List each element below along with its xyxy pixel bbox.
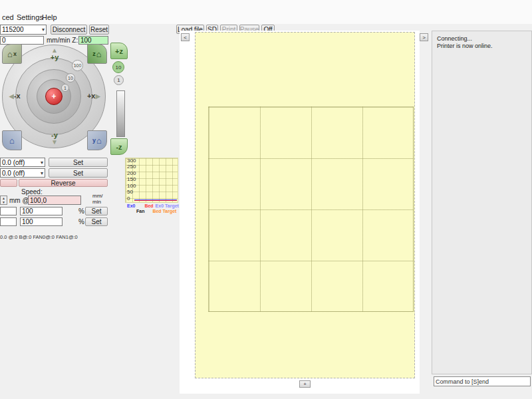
ring-step-10-label: 10: [68, 76, 73, 80]
extrude-button-partial[interactable]: [0, 179, 17, 187]
menu-help[interactable]: Help: [42, 13, 57, 21]
home-icon: ⌂: [96, 136, 102, 145]
dropdown-icon: ▾: [41, 27, 45, 33]
collapse-left-icon: <: [184, 35, 187, 41]
percent-label-1: %: [78, 207, 84, 215]
heater-set-button[interactable]: Set: [49, 158, 108, 167]
graph-ytick: 150: [127, 177, 136, 182]
heater-temp-select[interactable]: 0.0 (off) ▾: [0, 158, 45, 167]
home-icon: ⌂: [96, 50, 102, 59]
home-y-button[interactable]: y ⌂: [87, 130, 107, 150]
home-x-letter: x: [13, 51, 17, 57]
collapse-right-button[interactable]: >: [420, 33, 428, 41]
arrow-up-icon: ▲: [51, 47, 58, 53]
jog-z-plus-label: +z: [115, 47, 123, 55]
arrow-right-icon: ▶: [95, 93, 100, 99]
home-z-button[interactable]: z ⌂: [87, 44, 107, 64]
collapse-left-button[interactable]: <: [181, 33, 190, 41]
ring-step-1-label: 1: [64, 86, 66, 90]
arrow-down-icon: ▼: [51, 139, 58, 145]
log-line: Connecting...: [432, 35, 531, 43]
jog-z-minus-button[interactable]: -z: [110, 138, 128, 155]
menu-bar: ced Settings Help: [0, 0, 532, 24]
multiplier2-value: 100: [22, 218, 33, 225]
collapse-right-icon: >: [422, 35, 426, 41]
bed-set-button[interactable]: Set: [49, 168, 108, 178]
app-window: ced Settings Help 115200 ▾ Disconnect Re…: [0, 0, 532, 399]
graph-ytick: 300: [127, 158, 136, 164]
expand-icon: +: [303, 381, 307, 387]
spin-down-icon: ▼: [2, 200, 5, 204]
multiplier1-input[interactable]: 100: [20, 207, 63, 215]
reset-button[interactable]: Reset: [89, 25, 109, 35]
multiplier1-value: 100: [22, 207, 33, 215]
legend-ex0: Ex0: [127, 203, 135, 208]
baud-select[interactable]: 115200 ▾: [0, 25, 47, 35]
log-line: Printer is now online.: [432, 43, 531, 50]
multiplier2-input-partial[interactable]: [0, 217, 17, 226]
multiplier1-input-partial[interactable]: [0, 207, 17, 215]
ring-step-100-badge: 100: [72, 60, 83, 71]
dropdown-icon: ▾: [39, 170, 43, 176]
jog-z-minus-label: -z: [116, 143, 122, 151]
home-z-letter: z: [92, 51, 96, 57]
disconnect-label: Disconnect: [53, 26, 85, 33]
xy-speed-value: 0: [2, 37, 6, 44]
rate-unit-line1: mm/: [92, 194, 103, 199]
reverse-button[interactable]: Reverse: [19, 179, 108, 187]
rate-unit-line2: min: [92, 200, 101, 205]
home-icon: ⌂: [7, 50, 13, 59]
extrude-speed-input[interactable]: 100,0: [28, 196, 81, 205]
baud-value: 115200: [2, 26, 24, 33]
multiplier1-set-button[interactable]: Set: [85, 207, 108, 215]
multiplier2-input[interactable]: 100: [20, 217, 63, 226]
multiplier1-set-label: Set: [91, 207, 101, 215]
ring-step-10-badge: 10: [66, 73, 75, 82]
graph-legend-row1: Ex0 Bed Ex0 Target: [127, 203, 179, 208]
ring-step-1-badge: 1: [61, 84, 69, 92]
dropdown-icon: ▾: [39, 160, 43, 166]
multiplier2-set-button[interactable]: Set: [85, 217, 108, 226]
reverse-label: Reverse: [51, 180, 75, 187]
ring-step-100-label: 100: [74, 63, 82, 68]
extrude-speed-value: 100,0: [30, 197, 47, 204]
graph-ytick: 50: [127, 190, 133, 195]
home-all-button[interactable]: ⌂: [2, 130, 22, 150]
jog-x-plus-button[interactable]: +x ▶: [81, 90, 106, 101]
jog-z-plus-button[interactable]: +z: [110, 43, 128, 59]
disconnect-button[interactable]: Disconnect: [51, 25, 87, 35]
jog-y-plus-button[interactable]: ▲ +y: [44, 45, 65, 63]
z-speed-value: 100: [80, 37, 92, 44]
expand-button[interactable]: +: [299, 380, 311, 388]
jog-x-minus-button[interactable]: ◀ -x: [3, 90, 27, 101]
z-step-1-button[interactable]: 1: [114, 75, 124, 85]
jog-x-minus-label: -x: [14, 92, 21, 100]
build-plate-grid: [208, 106, 414, 312]
build-plate[interactable]: [195, 32, 415, 378]
graph-ytick: 200: [127, 171, 136, 176]
legend-ex0-target: Ex0 Target: [156, 203, 179, 208]
arrow-left-icon: ◀: [9, 93, 14, 99]
menu-settings[interactable]: Settings: [17, 13, 43, 21]
percent-label-2: %: [78, 218, 84, 225]
jog-y-minus-button[interactable]: -y ▼: [44, 129, 65, 146]
bed-temp-value: 0.0 (off): [2, 170, 25, 177]
temperature-status-line: 0.0 @:0 B@:0 FAN0@:0 FAN1@:0: [0, 234, 78, 240]
z-step-10-button[interactable]: 10: [112, 61, 124, 73]
graph-legend-row2: Fan Bed Target: [127, 209, 176, 213]
z-slider[interactable]: [116, 90, 125, 137]
log-panel[interactable]: Connecting... Printer is now online.: [432, 31, 532, 374]
bed-set-label: Set: [73, 170, 83, 177]
home-icon: ⌂: [9, 136, 15, 145]
reset-label: Reset: [90, 26, 108, 33]
menu-advanced[interactable]: ced: [2, 13, 14, 21]
crosshair-icon: +: [51, 92, 56, 101]
home-x-button[interactable]: ⌂ x: [2, 44, 22, 64]
length-spinner[interactable]: ▲ ▼: [0, 196, 7, 205]
legend-bed-target: Bed Target: [152, 209, 176, 213]
jog-center-button[interactable]: +: [45, 88, 63, 105]
bed-temp-select[interactable]: 0.0 (off) ▾: [0, 168, 45, 178]
legend-bed: Bed: [144, 203, 153, 208]
home-y-letter: y: [92, 137, 96, 144]
command-input[interactable]: [434, 376, 531, 386]
